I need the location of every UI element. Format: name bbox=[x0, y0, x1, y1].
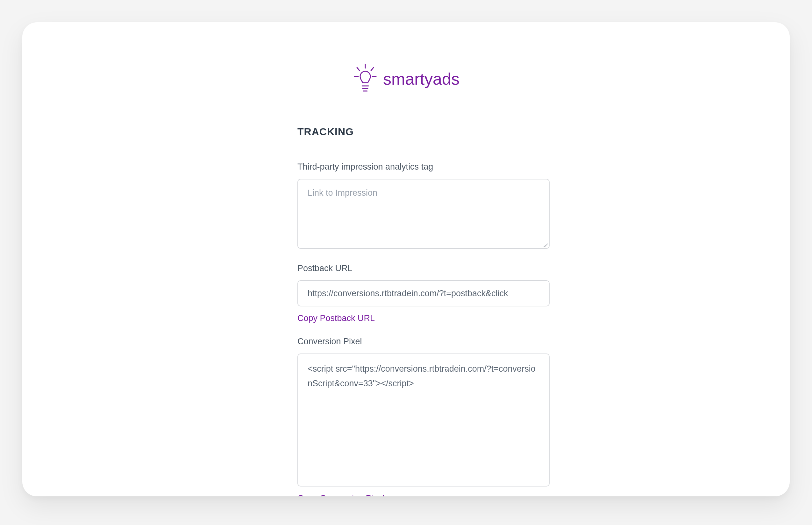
lightbulb-icon bbox=[352, 64, 378, 94]
impression-textarea-wrap bbox=[298, 179, 550, 250]
impression-field-block: Third-party impression analytics tag bbox=[298, 162, 550, 250]
tracking-section: TRACKING Third-party impression analytic… bbox=[298, 126, 550, 496]
svg-line-2 bbox=[371, 68, 374, 71]
brand-name: smartyads bbox=[383, 71, 460, 87]
svg-line-1 bbox=[357, 68, 360, 71]
postback-url-input[interactable] bbox=[298, 280, 550, 306]
brand-logo: smartyads bbox=[352, 64, 460, 94]
impression-label: Third-party impression analytics tag bbox=[298, 162, 550, 172]
conversion-pixel-label: Conversion Pixel bbox=[298, 336, 550, 346]
copy-postback-url-link[interactable]: Copy Postback URL bbox=[298, 313, 375, 323]
copy-conversion-pixel-link[interactable]: Copy Conversion Pixel bbox=[298, 494, 385, 496]
main-card: smartyads TRACKING Third-party impressio… bbox=[22, 22, 790, 496]
page-background: smartyads TRACKING Third-party impressio… bbox=[0, 0, 812, 525]
conversion-pixel-field-block: Conversion Pixel <script src="https://co… bbox=[298, 336, 550, 496]
impression-textarea[interactable] bbox=[298, 179, 550, 249]
conversion-pixel-box[interactable]: <script src="https://conversions.rtbtrad… bbox=[298, 354, 550, 486]
postback-field-block: Postback URL Copy Postback URL bbox=[298, 264, 550, 323]
postback-label: Postback URL bbox=[298, 264, 550, 273]
section-title: TRACKING bbox=[298, 126, 550, 138]
